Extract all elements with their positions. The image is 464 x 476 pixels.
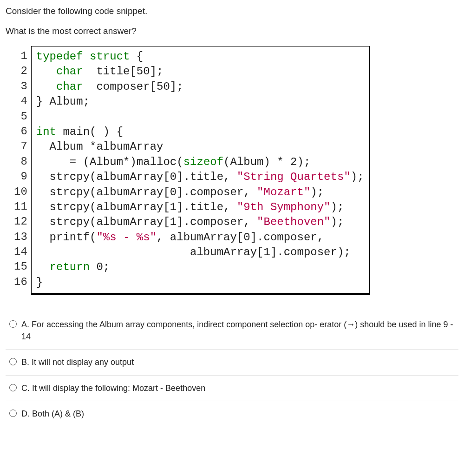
answer-option-c[interactable]: C. It will display the following: Mozart… <box>6 375 458 401</box>
code-string: "9th Symphony" <box>237 201 331 213</box>
radio-icon <box>9 410 17 417</box>
code-text: ); <box>310 186 324 198</box>
code-line-numbers: 1 2 3 4 5 6 7 8 9 10 11 12 13 14 15 16 <box>14 46 31 295</box>
code-text: , albumArray[0].composer, <box>157 231 324 244</box>
code-text: = (Album*)malloc( <box>36 156 183 168</box>
radio-icon <box>9 320 17 328</box>
code-keyword: char <box>56 65 83 78</box>
code-text: strcpy(albumArray[1].composer, <box>36 216 257 228</box>
code-keyword: return <box>50 261 90 273</box>
code-box: typedef struct { char title[50]; char co… <box>31 46 370 295</box>
code-string: "Mozart" <box>257 186 310 198</box>
question-prompt-2: What is the most correct answer? <box>6 25 458 38</box>
code-text: main( ) { <box>56 126 123 138</box>
answer-option-d[interactable]: D. Both (A) & (B) <box>6 401 458 426</box>
answer-option-b[interactable]: B. It will not display any output <box>6 349 458 375</box>
code-text: Album *albumArray <box>36 140 163 153</box>
code-keyword: typedef <box>36 50 83 63</box>
answer-list: A. For accessing the Album array compone… <box>6 312 458 426</box>
code-keyword: sizeof <box>183 156 223 168</box>
answer-option-a[interactable]: A. For accessing the Album array compone… <box>6 312 458 349</box>
code-string: "String Quartets" <box>237 171 351 183</box>
radio-icon <box>9 358 17 365</box>
code-keyword: char <box>56 80 83 93</box>
code-string: "%s - %s" <box>96 231 157 244</box>
question-prompt-1: Consider the following code snippet. <box>6 5 458 18</box>
code-text: strcpy(albumArray[0].composer, <box>36 186 257 198</box>
code-text: printf( <box>36 231 97 244</box>
answer-label: A. For accessing the Album array compone… <box>21 318 455 343</box>
code-string: "Beethoven" <box>257 216 330 228</box>
code-text: composer[50]; <box>83 80 183 93</box>
code-text: ); <box>331 201 344 213</box>
code-text: } Album; <box>36 95 90 108</box>
answer-label: C. It will display the following: Mozart… <box>21 382 455 394</box>
code-text: strcpy(albumArray[1].title, <box>36 201 237 213</box>
code-text: albumArray[1].composer); <box>36 246 351 258</box>
code-text: ); <box>351 171 364 183</box>
code-text: 0; <box>90 261 110 273</box>
code-text: (Album) * 2); <box>223 156 310 168</box>
answer-label: B. It will not display any output <box>21 356 455 368</box>
answer-label: D. Both (A) & (B) <box>21 408 455 420</box>
code-text: } <box>36 276 43 289</box>
code-text: ); <box>331 216 344 228</box>
code-text: strcpy(albumArray[0].title, <box>36 171 237 183</box>
code-text: title[50]; <box>83 65 163 78</box>
code-keyword: int <box>36 126 56 138</box>
code-keyword: struct <box>90 50 130 63</box>
code-snippet: 1 2 3 4 5 6 7 8 9 10 11 12 13 14 15 16 t… <box>14 46 458 295</box>
code-text: { <box>130 50 143 63</box>
radio-icon <box>9 384 17 391</box>
